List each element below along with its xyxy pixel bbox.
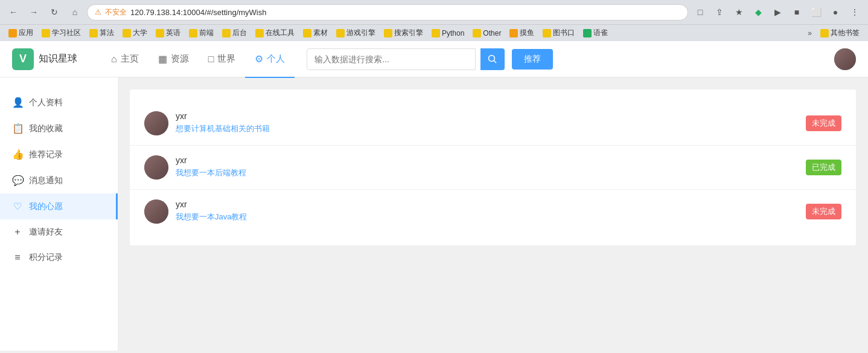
wish-status-1: 未完成	[806, 115, 841, 131]
back-button[interactable]: ←	[5, 4, 22, 21]
wish-status-2: 已完成	[806, 160, 841, 175]
wish-status-3: 未完成	[806, 204, 841, 219]
search-input[interactable]	[307, 48, 476, 70]
bookmark-icon	[432, 29, 440, 37]
nav-personal[interactable]: ⚙ 个人	[245, 42, 295, 78]
sidebar-label-wishes: 我的心愿	[29, 201, 63, 212]
bookmark-label: 前端	[199, 28, 214, 38]
bookmark-label: 算法	[100, 28, 114, 38]
wish-avatar-3	[144, 199, 168, 224]
bookmark-label: 语雀	[593, 28, 608, 38]
sidebar-label-points: 积分记录	[29, 252, 63, 263]
bookmark-icon	[222, 29, 231, 37]
url-text: 120.79.138.14:10004/#/setting/myWish	[130, 8, 266, 17]
bookmark-python[interactable]: Python	[428, 28, 468, 39]
bookmarks-more-button[interactable]: »	[804, 28, 815, 39]
recommend-button[interactable]: 推荐	[512, 49, 553, 70]
extension-button1[interactable]: ◆	[750, 4, 767, 21]
bookmark-icon	[156, 29, 164, 37]
sidebar-item-profile[interactable]: 👤 个人资料	[0, 89, 118, 115]
profile-button[interactable]: ●	[827, 4, 844, 21]
sidebar-item-invite[interactable]: + 邀请好友	[0, 219, 118, 245]
screenshot-button[interactable]: □	[692, 4, 709, 21]
nav-home[interactable]: ⌂ 主页	[101, 42, 148, 78]
bookmark-material[interactable]: 素材	[299, 27, 331, 39]
browser-toolbar: ← → ↻ ⌂ ⚠ 不安全 120.79.138.14:10004/#/sett…	[0, 0, 868, 24]
bookmark-yuque[interactable]: 语雀	[579, 27, 611, 39]
sidebar-item-recommendations[interactable]: 👍 推荐记录	[0, 141, 118, 167]
search-icon	[488, 54, 497, 64]
logo-text: 知识星球	[39, 53, 77, 65]
bookmarks-bar: 应用 学习社区 算法 大学 英语 前端 后台 在线工具	[0, 24, 868, 41]
security-icon: ⚠	[95, 8, 101, 16]
extension-button2[interactable]: ▶	[769, 4, 786, 21]
search-area	[307, 48, 505, 70]
bookmark-books[interactable]: 图书口	[539, 27, 578, 39]
search-button[interactable]	[480, 48, 505, 70]
nav-world-label: 世界	[217, 53, 235, 65]
bookmark-label: 大学	[133, 28, 147, 38]
wish-avatar-image-3	[144, 199, 168, 224]
bookmark-algorithm[interactable]: 算法	[86, 27, 118, 39]
bookmark-label: 应用	[19, 28, 33, 38]
navigation: ⌂ 主页 ▦ 资源 □ 世界 ⚙ 个人	[101, 41, 295, 77]
svg-point-0	[489, 55, 495, 61]
bookmark-other[interactable]: Other	[469, 28, 505, 39]
bookmark-apps[interactable]: 应用	[5, 27, 37, 39]
menu-button[interactable]: ⋮	[846, 4, 863, 21]
forward-button[interactable]: →	[25, 4, 42, 21]
sidebar-item-wishes[interactable]: ♡ 我的心愿	[0, 193, 118, 219]
bookmark-label: 游戏引擎	[346, 28, 375, 38]
sidebar-item-favorites[interactable]: 📋 我的收藏	[0, 115, 118, 141]
nav-world[interactable]: □ 世界	[199, 42, 246, 78]
svg-line-1	[494, 60, 497, 63]
bookmark-icon	[255, 29, 264, 37]
bookmark-other-bookmarks[interactable]: 其他书签	[817, 27, 863, 39]
favorites-icon: 📋	[12, 123, 23, 134]
bookmark-fish[interactable]: 摸鱼	[506, 27, 538, 39]
bookmark-game[interactable]: 游戏引擎	[333, 27, 379, 39]
browser-actions: □ ⇪ ★ ◆ ▶ ■ ⬜ ● ⋮	[692, 4, 863, 21]
sidebar-label-notifications: 消息通知	[29, 175, 63, 186]
sidebar: 👤 个人资料 📋 我的收藏 👍 推荐记录 💬 消息通知 ♡ 我的心愿 + 邀	[0, 77, 118, 351]
extension-button3[interactable]: ■	[788, 4, 805, 21]
bookmark-button[interactable]: ★	[730, 4, 747, 21]
wish-item-3: yxr 我想要一本Java教程 未完成	[130, 190, 856, 233]
sidebar-item-points[interactable]: ≡ 积分记录	[0, 245, 118, 270]
wish-body-1: yxr 想要计算机基础相关的书籍	[176, 111, 841, 134]
bookmark-label: 后台	[232, 28, 247, 38]
sidebar-item-notifications[interactable]: 💬 消息通知	[0, 167, 118, 193]
bookmark-english[interactable]: 英语	[152, 27, 184, 39]
share-button[interactable]: ⇪	[711, 4, 728, 21]
resources-icon: ▦	[158, 53, 167, 65]
reload-button[interactable]: ↻	[46, 4, 63, 21]
bookmark-icon	[123, 29, 131, 37]
bookmark-search[interactable]: 搜索引擎	[380, 27, 427, 39]
bookmark-frontend[interactable]: 前端	[185, 27, 217, 39]
extension-button4[interactable]: ⬜	[808, 4, 825, 21]
bookmark-label: 其他书签	[831, 28, 860, 38]
nav-resources[interactable]: ▦ 资源	[148, 42, 199, 78]
bookmark-icon	[336, 29, 345, 37]
home-button[interactable]: ⌂	[66, 4, 83, 21]
nav-home-label: 主页	[121, 53, 139, 65]
bookmark-label: Python	[442, 29, 464, 37]
bookmark-backend[interactable]: 后台	[219, 27, 251, 39]
avatar-image	[834, 48, 856, 70]
nav-personal-label: 个人	[267, 53, 285, 65]
url-security-label: 不安全	[105, 7, 127, 18]
sidebar-label-profile: 个人资料	[29, 97, 63, 108]
world-icon: □	[208, 54, 214, 65]
bookmark-tools[interactable]: 在线工具	[252, 27, 298, 39]
wish-body-2: yxr 我想要一本后端教程	[176, 155, 841, 178]
bookmark-label: Other	[483, 29, 501, 37]
wish-avatar-1	[144, 111, 168, 135]
bookmark-icon	[303, 29, 311, 37]
bookmark-learning[interactable]: 学习社区	[38, 27, 85, 39]
bookmark-icon	[42, 29, 50, 37]
main-content: 👤 个人资料 📋 我的收藏 👍 推荐记录 💬 消息通知 ♡ 我的心愿 + 邀	[0, 77, 868, 351]
plus-icon: +	[12, 227, 23, 238]
avatar[interactable]	[834, 48, 856, 70]
bookmark-university[interactable]: 大学	[119, 27, 151, 39]
address-bar[interactable]: ⚠ 不安全 120.79.138.14:10004/#/setting/myWi…	[87, 4, 688, 21]
